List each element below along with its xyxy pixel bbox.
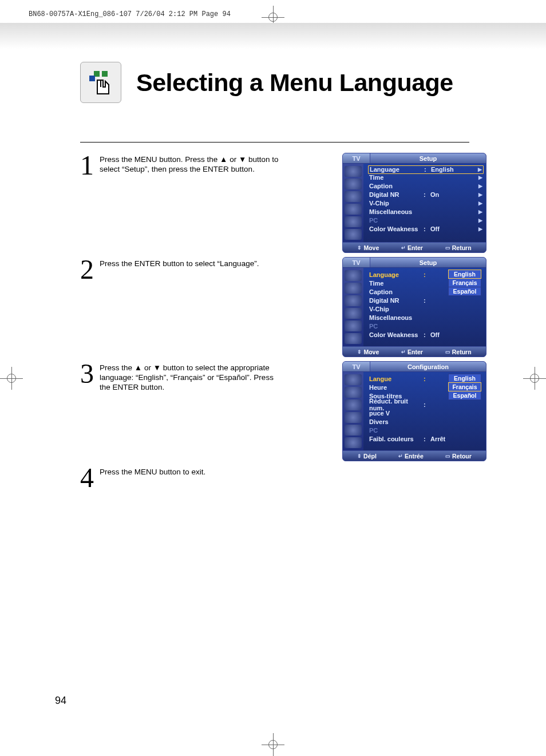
step-number: 4 xyxy=(80,465,100,490)
step-text: Press the MENU button to exit. xyxy=(100,468,283,477)
step-1: 1 Press the MENU button. Press the ▲ or … xyxy=(80,153,469,251)
language-option[interactable]: English xyxy=(448,374,481,383)
osd-value: English xyxy=(431,166,478,173)
chevron-right-icon: ▶ xyxy=(478,175,482,180)
osd-row: Digital NR : xyxy=(369,296,482,304)
osd-label: puce V xyxy=(369,410,424,417)
step-text: Press the ▲ or ▼ button to select the ap… xyxy=(100,363,283,393)
osd-row: Color Weakness : Off xyxy=(369,330,482,339)
hint-enter: ↵ Enter xyxy=(401,244,423,251)
osd-label: Miscellaneous xyxy=(369,208,424,215)
osd-colon: : xyxy=(424,271,430,278)
osd-label: Digital NR xyxy=(369,297,424,304)
osd-label: Faibl. couleurs xyxy=(369,436,424,442)
osd-category-icon xyxy=(345,216,362,227)
step-3: 3 Press the ▲ or ▼ button to select the … xyxy=(80,361,469,460)
page-number: 94 xyxy=(55,695,66,707)
return-icon: ▭ xyxy=(445,245,450,251)
osd-label: PC xyxy=(369,217,424,224)
updown-icon: ⇕ xyxy=(357,245,362,251)
language-option[interactable]: Français xyxy=(448,278,481,287)
osd-list: Language : Time Caption Digital NR : V-C… xyxy=(363,268,486,346)
hint-move: ⇕ Dépl xyxy=(357,453,377,460)
osd-row: Divers xyxy=(369,417,482,426)
osd-row: V-Chip xyxy=(369,304,482,313)
osd-category-icon xyxy=(345,191,362,202)
osd-row: PC xyxy=(369,426,482,434)
osd-configuration: TV Configuration Langue : Heure Sous-tit… xyxy=(342,361,486,461)
updown-icon: ⇕ xyxy=(357,349,362,355)
osd-value: Off xyxy=(430,225,478,232)
osd-row: Color Weakness : Off ▶ xyxy=(369,224,482,233)
osd-row: Digital NR : On ▶ xyxy=(369,190,482,199)
osd-title: Setup xyxy=(370,155,486,162)
osd-colon: : xyxy=(424,166,431,173)
osd-footer: ⇕ Move ↵ Enter ▭ Return xyxy=(343,242,486,252)
osd-label: Time xyxy=(369,174,424,181)
language-option[interactable]: Français xyxy=(448,382,481,391)
step-number: 3 xyxy=(80,361,100,386)
enter-icon: ↵ xyxy=(401,349,406,355)
page-title: Selecting a Menu Language xyxy=(136,69,453,97)
osd-row: Réduct. bruit num. : xyxy=(369,400,482,409)
osd-title: Configuration xyxy=(370,363,486,370)
osd-label: Language xyxy=(369,271,424,278)
step-4: 4 Press the MENU button to exit. xyxy=(80,465,469,490)
osd-category-icon xyxy=(345,399,362,410)
osd-row: Miscellaneous xyxy=(369,313,482,322)
osd-category-icon xyxy=(345,320,362,331)
chevron-right-icon: ▶ xyxy=(478,183,482,189)
osd-row: Miscellaneous ▶ xyxy=(369,207,482,216)
osd-row: puce V xyxy=(369,409,482,417)
osd-row: Faibl. couleurs : Arrêt xyxy=(369,434,482,443)
language-option[interactable]: Español xyxy=(448,287,481,296)
osd-header: TV Setup xyxy=(343,258,486,268)
return-icon: ▭ xyxy=(445,453,450,459)
osd-label: Divers xyxy=(369,418,424,425)
language-dropdown: EnglishFrançaisEspañol xyxy=(448,270,481,295)
hint-enter: ↵ Enter xyxy=(401,349,423,355)
osd-row: Time ▶ xyxy=(369,173,482,181)
osd-sidebar xyxy=(343,372,363,450)
osd-colon: : xyxy=(424,436,430,442)
osd-label: PC xyxy=(369,427,424,434)
language-option[interactable]: English xyxy=(448,270,481,279)
osd-label: Caption xyxy=(369,183,424,189)
header-gradient xyxy=(0,23,546,49)
updown-icon: ⇕ xyxy=(357,453,362,459)
osd-value: Arrêt xyxy=(430,436,482,442)
hint-move: ⇕ Move xyxy=(357,244,379,251)
step-text: Press the ENTER button to select “Langua… xyxy=(100,259,283,269)
hint-move: ⇕ Move xyxy=(357,349,379,355)
osd-category-icon xyxy=(345,437,362,448)
osd-value: On xyxy=(430,191,478,198)
language-dropdown: EnglishFrançaisEspañol xyxy=(448,374,481,399)
osd-colon: : xyxy=(424,375,430,382)
chevron-right-icon: ▶ xyxy=(478,226,482,232)
osd-row: PC xyxy=(369,322,482,330)
osd-category-icon xyxy=(345,166,362,177)
step-text: Press the MENU button. Press the ▲ or ▼ … xyxy=(100,155,283,175)
hint-return: ▭ Retour xyxy=(445,453,472,460)
osd-label: V-Chip xyxy=(369,306,424,312)
language-option[interactable]: Español xyxy=(448,391,481,400)
osd-tv-label: TV xyxy=(343,153,370,163)
hint-enter: ↵ Entrée xyxy=(398,453,424,460)
osd-colon: : xyxy=(424,225,430,232)
osd-colon: : xyxy=(424,331,430,338)
crop-mark-left xyxy=(0,367,23,390)
osd-category-icon xyxy=(345,270,362,281)
osd-label: Heure xyxy=(369,384,424,391)
osd-label: Color Weakness xyxy=(369,331,424,338)
osd-setup-2: TV Setup Language : Time Caption Digital… xyxy=(342,257,486,357)
crop-mark-right xyxy=(523,367,546,390)
return-icon: ▭ xyxy=(445,349,450,355)
enter-icon: ↵ xyxy=(398,453,403,459)
osd-label: Langue xyxy=(369,375,424,382)
osd-colon: : xyxy=(424,191,430,198)
osd-setup-1: TV Setup Language : English ▶ Time ▶ Cap… xyxy=(342,153,486,253)
osd-footer: ⇕ Dépl ↵ Entrée ▭ Retour xyxy=(343,450,486,461)
osd-sidebar xyxy=(343,268,363,346)
osd-title: Setup xyxy=(370,259,486,266)
osd-label: V-Chip xyxy=(369,200,424,207)
